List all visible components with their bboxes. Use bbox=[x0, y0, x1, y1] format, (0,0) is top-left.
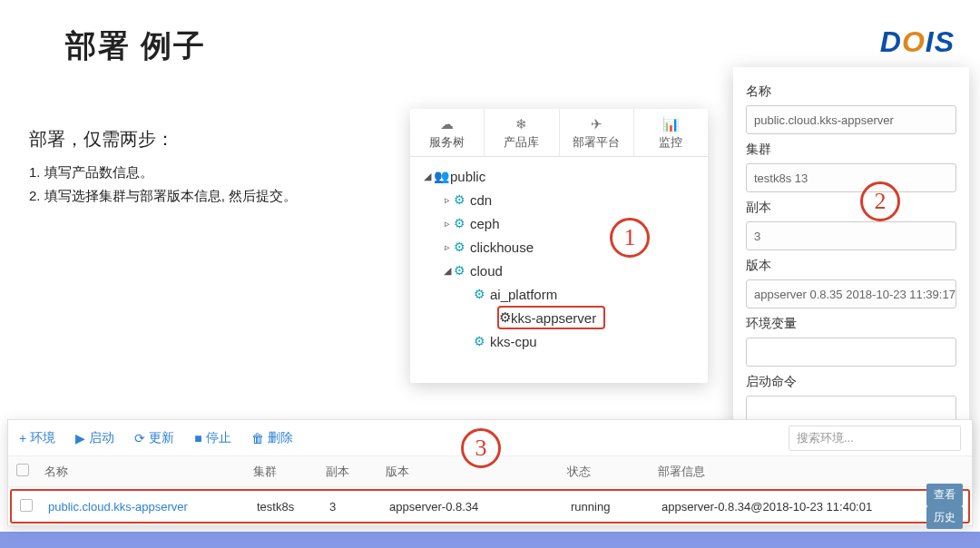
cluster-label: 集群 bbox=[746, 142, 956, 158]
gears-icon: ⚙ bbox=[454, 263, 470, 278]
chart-icon: 📊 bbox=[634, 116, 708, 132]
tab-label: 监控 bbox=[659, 135, 682, 149]
tab-label: 产品库 bbox=[504, 135, 539, 149]
col-replica: 副本 bbox=[326, 464, 386, 480]
version-input[interactable]: appserver 0.8.35 2018-10-23 11:39:17 bbox=[746, 279, 956, 308]
gears-icon: ⚙ bbox=[454, 216, 470, 230]
intro-text: 部署，仅需两步： 1. 填写产品数信息。 2. 填写选择集群与部署版本信息, 然… bbox=[29, 127, 392, 207]
annotation-3: 3 bbox=[461, 428, 501, 468]
footer-bar bbox=[0, 532, 980, 548]
tab-deploy[interactable]: ✈ 部署平台 bbox=[560, 109, 634, 156]
tab-bar: ☁ 服务树 ❄ 产品库 ✈ 部署平台 📊 监控 bbox=[410, 109, 708, 157]
table-row[interactable]: public.cloud.kks-appserver testk8s 3 app… bbox=[10, 489, 970, 524]
name-label: 名称 bbox=[746, 83, 956, 100]
intro-step-1: 1. 填写产品数信息。 bbox=[29, 161, 392, 184]
tree-node-cloud[interactable]: ◢ ⚙ cloud bbox=[441, 259, 708, 282]
gears-icon: ⚙ bbox=[454, 240, 470, 254]
env-label: 环境变量 bbox=[746, 316, 956, 332]
gears-icon: ⚙ bbox=[474, 334, 490, 348]
select-all-checkbox[interactable] bbox=[16, 464, 29, 476]
tab-label: 部署平台 bbox=[573, 135, 620, 149]
tree-node-kks-cpu[interactable]: ⚙ kks-cpu bbox=[461, 329, 708, 353]
stop-button[interactable]: ■停止 bbox=[194, 430, 230, 446]
view-button[interactable]: 查看 bbox=[926, 484, 963, 506]
tree-view: ◢ 👥 public ▹ ⚙ cdn ▹ ⚙ ceph ▹ ⚙ clickhou… bbox=[410, 157, 708, 353]
col-cluster: 集群 bbox=[253, 464, 326, 480]
row-info: appserver-0.8.34@2018-10-23 11:40:01 bbox=[662, 500, 917, 514]
tree-node-ai-platform[interactable]: ⚙ ai_platform bbox=[461, 282, 708, 306]
tree-node-clickhouse[interactable]: ▹ ⚙ clickhouse bbox=[441, 235, 708, 259]
caret-down-icon: ◢ bbox=[421, 171, 434, 182]
replica-label: 副本 bbox=[746, 200, 956, 216]
plane-icon: ✈ bbox=[560, 116, 633, 132]
row-replica: 3 bbox=[329, 500, 389, 514]
cluster-input[interactable]: testk8s 13 bbox=[746, 163, 956, 192]
tree-label: ai_platform bbox=[490, 287, 557, 302]
gears-icon: ⚙ bbox=[474, 287, 490, 301]
tab-monitor[interactable]: 📊 监控 bbox=[634, 109, 708, 156]
tree-label: kks-cpu bbox=[490, 334, 537, 349]
tree-node-ceph[interactable]: ▹ ⚙ ceph bbox=[441, 211, 708, 235]
annotation-2: 2 bbox=[860, 181, 900, 221]
tree-label: cloud bbox=[470, 263, 503, 279]
caret-right-icon: ▹ bbox=[441, 218, 454, 230]
annotation-1: 1 bbox=[610, 218, 650, 258]
replica-input[interactable]: 3 bbox=[746, 221, 956, 250]
row-version: appserver-0.8.34 bbox=[389, 500, 571, 514]
env-input[interactable] bbox=[746, 338, 956, 367]
history-button[interactable]: 历史 bbox=[926, 506, 963, 529]
row-status: running bbox=[571, 500, 662, 514]
group-icon: 👥 bbox=[434, 169, 450, 183]
cmd-label: 启动命令 bbox=[746, 374, 956, 390]
search-input[interactable]: 搜索环境... bbox=[789, 426, 961, 451]
cloud-icon: ☁ bbox=[410, 116, 484, 132]
tree-node-kks-appserver[interactable]: ⚙ kks-appserver bbox=[497, 306, 605, 329]
gears-icon: ⚙ bbox=[454, 192, 470, 207]
col-info: 部署信息 bbox=[658, 464, 914, 480]
play-icon: ▶ bbox=[75, 431, 85, 445]
tree-label: public bbox=[450, 169, 485, 184]
plus-icon: + bbox=[19, 431, 26, 445]
caret-down-icon: ◢ bbox=[441, 265, 454, 277]
start-button[interactable]: ▶启动 bbox=[75, 430, 114, 446]
refresh-icon: ⟳ bbox=[134, 431, 145, 445]
name-input[interactable]: public.cloud.kks-appserver bbox=[746, 105, 956, 134]
row-name-link[interactable]: public.cloud.kks-appserver bbox=[41, 500, 257, 514]
caret-right-icon: ▹ bbox=[441, 241, 454, 253]
refresh-button[interactable]: ⟳更新 bbox=[134, 430, 174, 446]
gears-icon: ⚙ bbox=[499, 309, 511, 326]
tree-label: kks-appserver bbox=[511, 310, 596, 326]
tab-service-tree[interactable]: ☁ 服务树 bbox=[410, 109, 485, 156]
service-tree-panel: ☁ 服务树 ❄ 产品库 ✈ 部署平台 📊 监控 ◢ 👥 public ▹ ⚙ c… bbox=[410, 109, 708, 383]
add-env-button[interactable]: +环境 bbox=[19, 430, 55, 446]
trash-icon: 🗑 bbox=[251, 431, 264, 445]
tree-node-cdn[interactable]: ▹ ⚙ cdn bbox=[441, 188, 708, 211]
tab-label: 服务树 bbox=[429, 135, 465, 149]
tree-node-public[interactable]: ◢ 👥 public bbox=[421, 164, 708, 188]
col-status: 状态 bbox=[567, 464, 658, 480]
slide-title: 部署 例子 bbox=[65, 25, 206, 67]
caret-right-icon: ▹ bbox=[441, 194, 454, 206]
row-cluster: testk8s bbox=[257, 500, 329, 514]
tree-label: ceph bbox=[470, 216, 500, 231]
tree-label: clickhouse bbox=[470, 240, 534, 255]
col-name: 名称 bbox=[37, 464, 253, 480]
stop-icon: ■ bbox=[194, 431, 201, 445]
tree-label: cdn bbox=[470, 192, 492, 208]
version-label: 版本 bbox=[746, 258, 956, 274]
tab-products[interactable]: ❄ 产品库 bbox=[485, 109, 559, 156]
delete-button[interactable]: 🗑删除 bbox=[251, 430, 293, 446]
package-icon: ❄ bbox=[485, 116, 558, 132]
row-checkbox[interactable] bbox=[20, 499, 33, 512]
intro-heading: 部署，仅需两步： bbox=[29, 127, 392, 152]
intro-step-2: 2. 填写选择集群与部署版本信息, 然后提交。 bbox=[29, 184, 392, 208]
logo: DOIS bbox=[880, 25, 955, 59]
